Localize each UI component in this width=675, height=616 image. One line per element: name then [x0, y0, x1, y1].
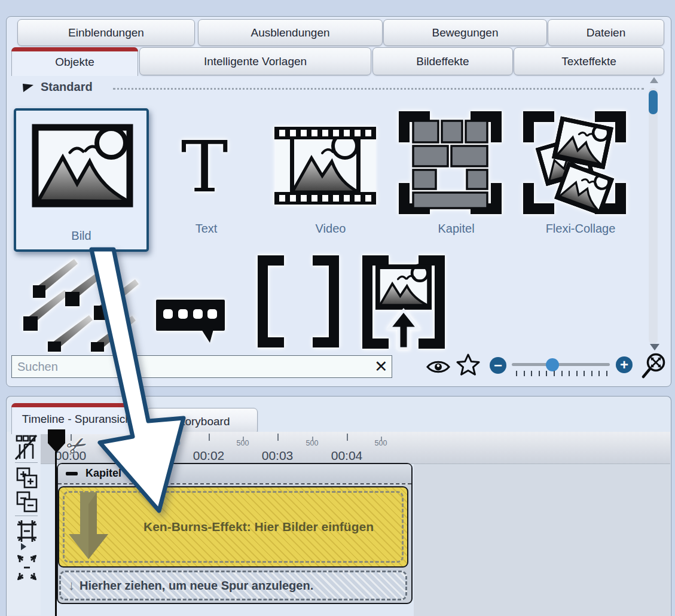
- toolbar-divider: [15, 462, 38, 463]
- tab-label: Bewegungen: [432, 26, 499, 39]
- image-icon: [32, 124, 133, 208]
- object-label: Kapitel: [408, 222, 504, 236]
- tab-label: Dateien: [587, 26, 626, 39]
- size-slider-thumb[interactable]: [546, 358, 559, 371]
- new-track-dropzone[interactable]: ↓ Hierher ziehen, um neue Spur anzulegen…: [59, 571, 407, 600]
- section-title: Standard: [41, 80, 93, 94]
- track-header[interactable]: Kapitel: [58, 464, 411, 484]
- tab-timeline-spuransicht[interactable]: Timeline - Spuransicht: [11, 403, 145, 434]
- playhead-line: [55, 452, 57, 616]
- ruler-major-label: 00:02: [193, 449, 225, 463]
- track-display-toggle-icon[interactable]: [15, 435, 38, 460]
- object-tile-kapitel[interactable]: [399, 111, 502, 214]
- tab-label: Ausblendungen: [251, 26, 329, 39]
- zoom-timeline-fit-icon[interactable]: [16, 519, 38, 543]
- ruler-major-label: 00:03: [262, 449, 294, 463]
- ruler-minor-label: 500: [168, 439, 181, 447]
- tab-bildeffekte[interactable]: Bildeffekte: [372, 47, 513, 75]
- search-clear-icon[interactable]: ✕: [374, 357, 388, 376]
- search-input[interactable]: [11, 355, 392, 378]
- zoom-in-button[interactable]: +: [616, 356, 633, 373]
- minus-icon: −: [494, 358, 502, 373]
- timeline-empty-area: [414, 463, 670, 616]
- scroll-up-icon[interactable]: [650, 77, 658, 83]
- object-tile-flexi-collage[interactable]: [523, 111, 626, 214]
- down-arrow-icon: ↓: [68, 578, 75, 593]
- visibility-eye-icon[interactable]: [426, 359, 450, 375]
- object-tile-text[interactable]: T: [178, 132, 231, 211]
- object-tile-video[interactable]: [274, 127, 376, 205]
- section-collapse-icon[interactable]: [22, 83, 34, 93]
- plus-icon: +: [620, 358, 628, 372]
- playhead-marker[interactable]: [47, 428, 67, 455]
- ruler-minor-label: 500: [375, 439, 387, 447]
- collapse-all-tracks-icon[interactable]: [16, 491, 38, 514]
- ruler-major-label: 00:01: [124, 449, 155, 463]
- expand-all-tracks-icon[interactable]: [16, 467, 38, 490]
- tab-dateien[interactable]: Dateien: [548, 19, 664, 46]
- tab-label: Bildeffekte: [416, 55, 469, 68]
- drop-down-arrow-icon: [69, 492, 108, 559]
- track-title: Kapitel: [85, 467, 121, 480]
- object-label: Bild: [16, 229, 146, 243]
- tab-label: Storyboard: [175, 415, 230, 428]
- tab-ausblendungen[interactable]: Ausblendungen: [198, 19, 383, 46]
- object-label: Video: [283, 222, 378, 236]
- object-label: Flexi-Collage: [533, 222, 628, 236]
- scroll-down-icon[interactable]: [650, 344, 659, 350]
- kenburns-hint-text: Ken-Burns-Effekt: Hier Bilder einfügen: [116, 487, 401, 566]
- object-label: Text: [158, 222, 254, 236]
- scrollbar-track[interactable]: [649, 88, 658, 344]
- scrollbar-thumb[interactable]: [649, 90, 658, 114]
- ruler-minor-label: 500: [237, 439, 249, 447]
- zoom-out-button[interactable]: −: [490, 357, 506, 374]
- object-tile-subtitle-bubble[interactable]: [156, 300, 225, 344]
- tab-label: Timeline - Spuransicht: [22, 413, 135, 426]
- tab-label: Intelligente Vorlagen: [204, 55, 307, 68]
- objects-panel: Einblendungen Ausblendungen Bewegungen D…: [6, 16, 671, 387]
- toolbar-divider: [15, 516, 38, 516]
- object-tile-image-placeholder[interactable]: [361, 255, 446, 350]
- size-slider-track[interactable]: [512, 363, 610, 366]
- text-icon: T: [181, 126, 228, 208]
- timeline-toolbar: [7, 432, 41, 615]
- ruler-minor-label: 500: [306, 439, 319, 447]
- tab-einblendungen[interactable]: Einblendungen: [17, 19, 195, 46]
- tab-bewegungen[interactable]: Bewegungen: [383, 19, 547, 46]
- app-window: Einblendungen Ausblendungen Bewegungen D…: [0, 0, 675, 616]
- new-track-hint-text: Hierher ziehen, um neue Spur anzulegen.: [80, 579, 313, 593]
- object-tile-placeholder[interactable]: [256, 255, 340, 347]
- zoom-fit-icon[interactable]: [642, 352, 668, 379]
- kenburns-dropzone[interactable]: Ken-Burns-Effekt: Hier Bilder einfügen: [58, 486, 408, 568]
- collapse-minus-icon[interactable]: [66, 472, 78, 475]
- tab-label: Einblendungen: [68, 26, 144, 39]
- zoom-timeline-full-icon[interactable]: [16, 554, 38, 581]
- active-tab-stripe: [11, 403, 145, 407]
- flyout-arrow-icon[interactable]: [21, 543, 26, 550]
- timeline-ruler[interactable]: 500 500 500 500 00:00 00:01 00:02 00:03 …: [41, 432, 670, 464]
- object-tile-particles[interactable]: [17, 259, 143, 352]
- favorite-star-icon[interactable]: [456, 353, 480, 376]
- active-tab-stripe: [11, 47, 138, 51]
- tab-objekte[interactable]: Objekte: [11, 47, 138, 76]
- section-divider: [113, 88, 644, 90]
- track-kapitel[interactable]: Kapitel Ken-Burns-Effekt: Hier Bilder ei…: [57, 463, 413, 604]
- ruler-major-label: 00:04: [331, 449, 363, 463]
- tab-intelligente-vorlagen[interactable]: Intelligente Vorlagen: [139, 47, 371, 75]
- tab-label: Objekte: [55, 56, 94, 69]
- tab-label: Texteffekte: [561, 55, 616, 68]
- tab-storyboard[interactable]: Storyboard: [146, 408, 258, 435]
- tab-texteffekte[interactable]: Texteffekte: [514, 47, 664, 75]
- object-tile-bild[interactable]: Bild: [14, 108, 149, 252]
